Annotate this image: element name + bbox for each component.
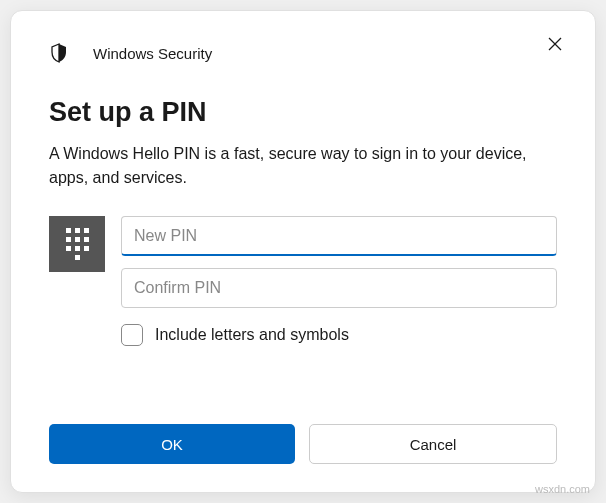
dialog-header: Windows Security bbox=[49, 39, 557, 67]
input-column: Include letters and symbols bbox=[121, 216, 557, 346]
windows-security-dialog: Windows Security Set up a PIN A Windows … bbox=[10, 10, 596, 493]
dialog-header-title: Windows Security bbox=[93, 45, 212, 62]
new-pin-input[interactable] bbox=[121, 216, 557, 256]
close-button[interactable] bbox=[545, 35, 565, 55]
dialog-button-row: OK Cancel bbox=[49, 424, 557, 464]
watermark: wsxdn.com bbox=[535, 483, 590, 495]
ok-button[interactable]: OK bbox=[49, 424, 295, 464]
include-letters-row: Include letters and symbols bbox=[121, 324, 557, 346]
page-description: A Windows Hello PIN is a fast, secure wa… bbox=[49, 142, 557, 190]
include-letters-label[interactable]: Include letters and symbols bbox=[155, 326, 349, 344]
shield-icon bbox=[49, 43, 69, 63]
close-icon bbox=[548, 36, 562, 54]
page-title: Set up a PIN bbox=[49, 97, 557, 128]
keypad-icon bbox=[49, 216, 105, 272]
include-letters-checkbox[interactable] bbox=[121, 324, 143, 346]
confirm-pin-input[interactable] bbox=[121, 268, 557, 308]
cancel-button[interactable]: Cancel bbox=[309, 424, 557, 464]
pin-input-section: Include letters and symbols bbox=[49, 216, 557, 346]
